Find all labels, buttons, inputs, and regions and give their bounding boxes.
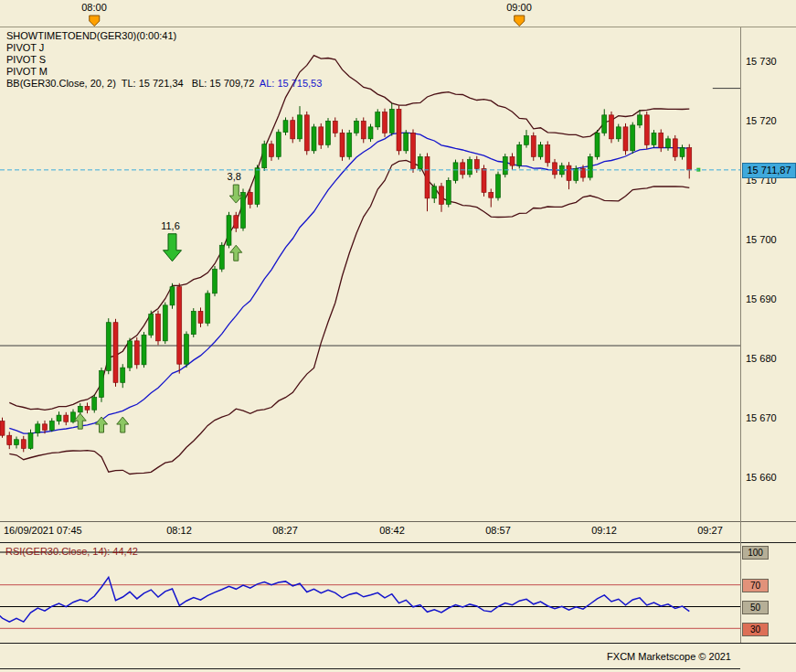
copyright-label: FXCM Marketscope © 2021 [607,651,731,662]
rsi-level-badge: 50 [742,601,769,614]
time-tick-label: 09:27 [697,525,723,536]
legend-pivot-s: PIVOT S [6,54,322,66]
time-tick-label: 08:12 [166,525,192,536]
hour-marker-icon [515,16,525,27]
chart-window: 11,63,8 08:00 09:00 SHOWTIMETOEND(GER30)… [0,0,796,672]
price-tick-label: 15 680 [746,353,777,364]
bollinger-lower-band [9,160,689,474]
arrow-label: 3,8 [228,171,241,182]
rsi-level-badge: 70 [742,579,769,592]
down-arrow-marker [229,185,242,203]
price-axis[interactable]: 15 730 15 720 15 710 15 700 15 690 15 68… [741,0,796,521]
bollinger-middle-band [9,133,689,433]
price-tick-label: 15 670 [746,412,777,423]
chart-canvas[interactable]: 11,63,8 [0,0,796,672]
legend-pivot-j: PIVOT J [6,42,322,54]
price-tick-label: 15 720 [746,115,777,126]
bollinger-upper-band [9,56,689,411]
legend-bollinger: BB(GER30.Close, 20, 2) TL: 15 721,34 BL:… [6,78,322,90]
legend-bb-al: AL: 15 715,53 [260,78,323,89]
time-tick-label: 08:27 [272,525,298,536]
hour-label: 09:00 [506,2,532,13]
time-axis[interactable]: 16/09/2021 07:45 08:12 08:27 08:42 08:57… [0,522,741,542]
rsi-level-badge: 30 [742,623,769,636]
price-tick-label: 15 660 [746,472,777,483]
hour-label: 08:00 [81,2,107,13]
legend-bb-main: BB(GER30.Close, 20, 2) TL: 15 721,34 BL:… [6,78,260,89]
time-tick-label: 09:12 [591,525,617,536]
rsi-line [0,577,689,622]
time-tick-label: 08:42 [379,525,405,536]
rsi-level-badge: 100 [742,546,769,560]
up-arrow-marker [117,417,129,432]
indicator-legend: SHOWTIMETOEND(GER30)(0:00:41) PIVOT J PI… [6,30,322,90]
arrow-label: 11,6 [161,220,180,231]
down-arrow-marker [164,234,182,261]
up-arrow-marker [230,245,242,261]
hour-marker-icon [90,16,100,27]
legend-pivot-m: PIVOT M [6,66,322,78]
current-price-badge: 15 711,87 [742,163,796,178]
rsi-legend: RSI(GER30.Close, 14): 44,42 [5,546,138,557]
legend-showtime: SHOWTIMETOEND(GER30)(0:00:41) [6,30,322,42]
time-tick-label: 08:57 [485,525,511,536]
price-tick-label: 15 730 [746,56,777,67]
rsi-axis[interactable]: 100 70 50 30 [741,542,796,645]
price-tick-label: 15 690 [746,293,777,304]
up-arrow-marker [96,417,108,432]
price-tick-label: 15 700 [746,234,777,245]
candles-layer [0,103,692,453]
time-tick-label: 16/09/2021 07:45 [4,525,82,536]
